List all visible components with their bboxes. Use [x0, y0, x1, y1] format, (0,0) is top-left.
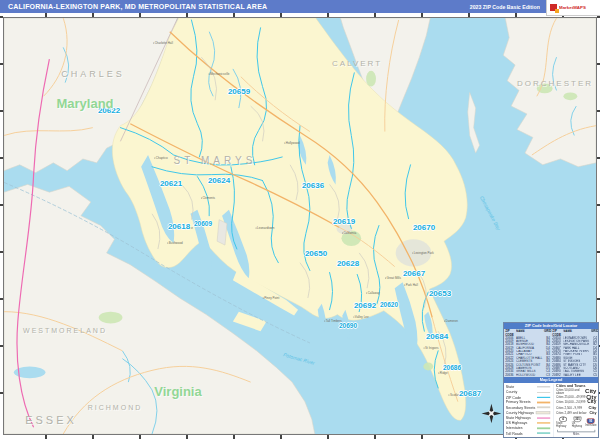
city-legend: Cities and Towns Cities 50,000 and above… [553, 384, 596, 438]
title-bar: CALIFORNIA-LEXINGTON PARK, MD METROPOLIT… [0, 0, 600, 13]
city-sample: City [587, 399, 596, 404]
map-title: CALIFORNIA-LEXINGTON PARK, MD METROPOLIT… [8, 3, 267, 10]
logo-icon [550, 4, 557, 11]
map-frame-left [0, 13, 3, 439]
secondary-swatch [537, 407, 550, 409]
legend-panel: ZIP Code Index/Grid Locator ZIP CODENAME… [503, 322, 599, 438]
ushwy-swatch [537, 422, 550, 424]
map-frame-top [0, 13, 600, 17]
scale-line-miles [557, 430, 595, 432]
shield-us: 301US Highway [572, 417, 584, 428]
edition-label: 2023 ZIP Code Basic Edition [470, 4, 540, 10]
city-sample: City [588, 405, 596, 409]
toll-swatch [537, 432, 550, 434]
statehwy-swatch [537, 417, 550, 419]
highway-shields: 4State Highway301US Highway95Interstate [556, 417, 596, 428]
zip-swatch [537, 397, 550, 398]
logo-brand-text: MarketMAPS [559, 5, 586, 10]
city-class-row: Cities 2,499 and belowCity [556, 410, 596, 415]
interstate-swatch [537, 427, 550, 429]
zip-index-row: 20692VALLEY LEEC5 [552, 373, 597, 376]
countyhwy-swatch [536, 411, 550, 414]
legend-feature-toll: Toll Roads [506, 431, 550, 436]
primary-swatch [537, 402, 550, 404]
map-document: { "header": { "title": "CALIFORNIA-LEXIN… [0, 0, 600, 439]
zip-index-table: ZIP CODENAMEGRID20606ABELLB420609AVENUEB… [504, 329, 598, 377]
city-sample: City [590, 411, 597, 415]
scale-label-miles: Miles [556, 433, 596, 436]
county-swatch [537, 392, 550, 393]
zip-index-row: 20636HOLLYWOODC3 [505, 373, 550, 376]
shield-oval: 4State Highway [556, 417, 570, 428]
publisher-logo: MarketMAPS [546, 0, 600, 16]
feature-legend-list: StateCountyZIP CodePrimary StreetsSecond… [506, 384, 550, 438]
state-swatch [537, 387, 550, 388]
scale-bar: Miles Kilometers [556, 430, 596, 438]
shield-interstate: 95Interstate [585, 418, 596, 426]
